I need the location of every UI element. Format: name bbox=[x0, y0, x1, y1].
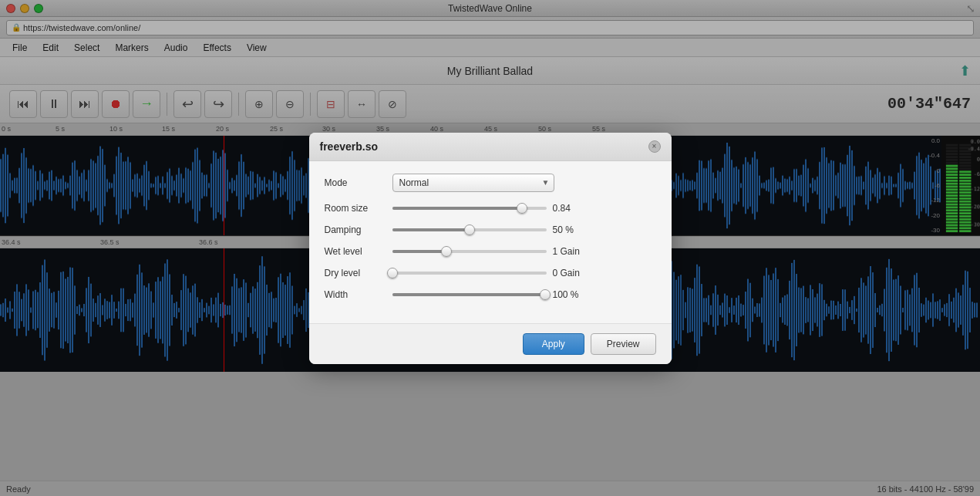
damping-control: 50 % bbox=[392, 224, 656, 235]
wet-level-thumb[interactable] bbox=[441, 246, 452, 257]
dry-level-thumb[interactable] bbox=[387, 268, 398, 278]
wet-level-control: 1 Gain bbox=[392, 246, 656, 257]
width-value: 100 % bbox=[553, 289, 599, 300]
width-label: Width bbox=[325, 289, 386, 300]
dry-level-value: 0 Gain bbox=[553, 268, 599, 278]
mode-label: Mode bbox=[325, 177, 386, 188]
modal-body: Mode Normal Frozen ▼ Room size bbox=[309, 161, 672, 323]
room-size-fill bbox=[392, 207, 522, 210]
mode-select[interactable]: Normal Frozen bbox=[392, 174, 554, 192]
dry-level-row: Dry level 0 Gain bbox=[325, 268, 656, 278]
modal-title: freeverb.so bbox=[320, 140, 378, 153]
damping-label: Damping bbox=[325, 224, 386, 235]
modal-dialog: freeverb.so × Mode Normal Frozen ▼ bbox=[309, 133, 672, 364]
wet-level-value: 1 Gain bbox=[553, 246, 599, 257]
width-thumb[interactable] bbox=[540, 289, 551, 300]
room-size-value: 0.84 bbox=[553, 203, 599, 214]
wet-level-row: Wet level 1 Gain bbox=[325, 246, 656, 257]
damping-value: 50 % bbox=[553, 224, 599, 235]
damping-row: Damping 50 % bbox=[325, 224, 656, 235]
modal-close-button[interactable]: × bbox=[648, 140, 661, 153]
apply-button[interactable]: Apply bbox=[523, 333, 584, 355]
mode-control: Normal Frozen ▼ bbox=[392, 174, 656, 192]
width-control: 100 % bbox=[392, 289, 656, 300]
wet-level-label: Wet level bbox=[325, 246, 386, 257]
damping-thumb[interactable] bbox=[464, 224, 475, 235]
damping-slider[interactable] bbox=[392, 228, 547, 231]
mode-dropdown-wrapper: Normal Frozen ▼ bbox=[392, 174, 554, 192]
wet-level-fill bbox=[392, 250, 446, 253]
room-size-slider[interactable] bbox=[392, 207, 547, 210]
dry-level-slider[interactable] bbox=[392, 272, 547, 275]
preview-button[interactable]: Preview bbox=[591, 333, 656, 355]
damping-fill bbox=[392, 228, 470, 231]
modal-overlay: freeverb.so × Mode Normal Frozen ▼ bbox=[0, 0, 980, 496]
width-row: Width 100 % bbox=[325, 289, 656, 300]
mode-row: Mode Normal Frozen ▼ bbox=[325, 174, 656, 192]
room-size-row: Room size 0.84 bbox=[325, 203, 656, 214]
modal-header: freeverb.so × bbox=[309, 133, 672, 161]
room-size-control: 0.84 bbox=[392, 203, 656, 214]
room-size-thumb[interactable] bbox=[517, 203, 527, 214]
modal-footer: Apply Preview bbox=[309, 323, 672, 364]
width-fill bbox=[392, 293, 547, 296]
wet-level-slider[interactable] bbox=[392, 250, 547, 253]
width-slider[interactable] bbox=[392, 293, 547, 296]
room-size-label: Room size bbox=[325, 203, 386, 214]
dry-level-label: Dry level bbox=[325, 268, 386, 278]
dry-level-control: 0 Gain bbox=[392, 268, 656, 278]
